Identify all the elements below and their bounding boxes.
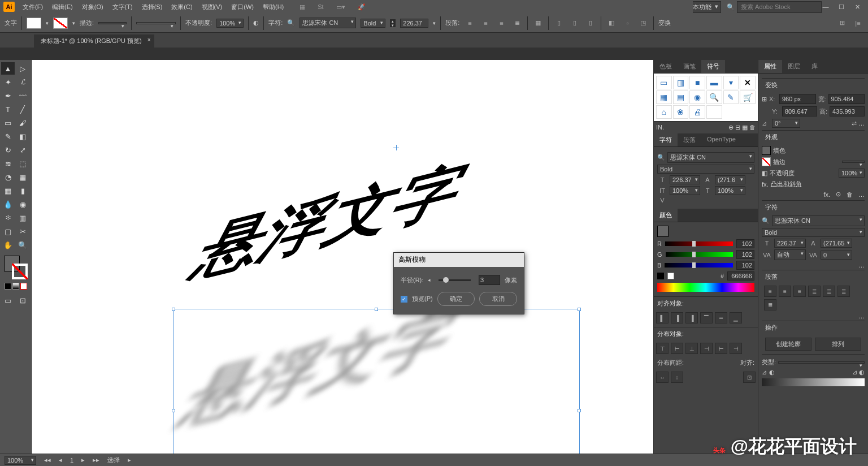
selection-tool[interactable]: ▲ xyxy=(1,62,15,75)
char-font[interactable]: 思源宋体 CN xyxy=(667,152,754,163)
space-btn[interactable]: ↔ xyxy=(656,372,669,383)
scale-tool[interactable]: ⤢ xyxy=(16,144,29,156)
p2-weight[interactable]: Bold xyxy=(762,228,865,237)
slider-g[interactable] xyxy=(666,252,733,257)
close-button[interactable]: ✕ xyxy=(853,3,861,11)
dist-btn[interactable]: ⊥ xyxy=(685,343,698,354)
para-btn[interactable]: ≣ xyxy=(764,299,776,310)
opacity-val[interactable]: 100% xyxy=(839,169,865,178)
dist-btn[interactable]: ⊤ xyxy=(656,343,669,354)
stroke-w[interactable] xyxy=(842,161,865,163)
tab-paragraph[interactable]: 段落 xyxy=(678,133,701,146)
tab-character[interactable]: 字符 xyxy=(654,133,678,146)
rect-tool[interactable]: ▭ xyxy=(1,116,15,129)
ref-point-icon[interactable]: ⊞ xyxy=(762,96,767,103)
align-center-icon[interactable]: ≡ xyxy=(480,18,491,29)
make-envelope-icon[interactable]: ▦ xyxy=(532,18,544,29)
effect-name[interactable]: 凸出和斜角 xyxy=(771,180,802,188)
align-obj-icon[interactable]: ▯ xyxy=(553,18,565,29)
canvas[interactable]: 悬浮文字 悬浮文字 高斯模糊 半径(R): ◂ 像素 ✓ 预览(P) xyxy=(32,60,653,454)
prop-y[interactable]: 809.647 xyxy=(782,106,817,116)
radius-input[interactable] xyxy=(479,275,500,285)
radius-slider[interactable] xyxy=(439,279,471,281)
para-btn[interactable]: ≡ xyxy=(793,286,806,297)
cancel-button[interactable]: 取消 xyxy=(479,292,517,306)
pen-tool[interactable]: ✒ xyxy=(1,89,15,102)
value-r[interactable]: 102 xyxy=(736,239,754,248)
value-b[interactable]: 102 xyxy=(736,261,754,270)
para-btn[interactable]: ≡ xyxy=(764,286,776,297)
value-hex[interactable]: 666666 xyxy=(727,271,754,281)
para-btn[interactable]: ≡ xyxy=(779,286,791,297)
justify-icon[interactable]: ≣ xyxy=(511,18,523,29)
p2-size[interactable]: 226.37 xyxy=(774,239,806,248)
stroke-weight[interactable] xyxy=(98,22,127,24)
prop-angle[interactable]: 0° xyxy=(772,119,800,128)
eraser-tool[interactable]: ◧ xyxy=(16,130,29,143)
p2-font[interactable]: 思源宋体 CN xyxy=(772,215,865,226)
font-weight[interactable]: Bold xyxy=(361,19,385,28)
menu-view[interactable]: 视图(V) xyxy=(198,2,226,12)
menu-type[interactable]: 文字(T) xyxy=(109,2,136,12)
tab-brushes[interactable]: 画笔 xyxy=(678,60,701,73)
perspective-tool[interactable]: ▦ xyxy=(16,171,29,183)
menu-window[interactable]: 窗口(W) xyxy=(228,2,257,12)
menu-object[interactable]: 对象(O) xyxy=(79,2,107,12)
panel-toggle-icon[interactable]: ⊞ xyxy=(836,18,848,29)
symbol-sprayer-tool[interactable]: ፨ xyxy=(1,212,15,224)
menu-help[interactable]: 帮助(H) xyxy=(259,2,287,12)
isolate-icon[interactable]: ◧ xyxy=(606,18,617,29)
grad-type[interactable] xyxy=(778,361,865,364)
tab-symbols[interactable]: 符号 xyxy=(701,60,725,73)
free-transform-tool[interactable]: ⬚ xyxy=(16,157,29,170)
menu-select[interactable]: 选择(S) xyxy=(138,2,166,12)
para-btn[interactable]: ≣ xyxy=(823,286,835,297)
p2-track[interactable]: 自动 xyxy=(774,249,806,260)
symbols-grid[interactable]: ▭▥■▬▾✕ ▦▤◉🔍✎🛒 ⌂❀🖨 xyxy=(654,74,758,121)
eyedropper-tool[interactable]: 💧 xyxy=(1,198,15,210)
magic-wand-tool[interactable]: ✦ xyxy=(1,76,15,88)
align-btn[interactable]: ━ xyxy=(715,312,727,323)
menu-file[interactable]: 文件(F) xyxy=(19,2,46,12)
fill-stroke-swatch[interactable] xyxy=(4,256,28,279)
artboard-tool[interactable]: ▢ xyxy=(1,225,15,238)
prop-x[interactable]: 960 px xyxy=(779,94,816,104)
menu-effect[interactable]: 效果(C) xyxy=(168,2,196,12)
search-stock[interactable]: 搜索 Adobe Stock xyxy=(737,1,822,13)
slider-r[interactable] xyxy=(665,241,733,246)
value-g[interactable]: 102 xyxy=(736,250,754,259)
hand-tool[interactable]: ✋ xyxy=(1,239,15,251)
shape-builder-tool[interactable]: ◔ xyxy=(1,171,15,183)
edit-icon[interactable]: ▫ xyxy=(622,18,633,29)
char-leading[interactable]: (271.6 xyxy=(715,175,745,184)
char-hscale[interactable]: 100% xyxy=(715,186,745,195)
gradient-bar[interactable] xyxy=(762,378,865,386)
gradient-tool[interactable]: ▮ xyxy=(16,184,29,197)
zoom-tool[interactable]: 🔍 xyxy=(16,239,29,251)
tab-opentype[interactable]: OpenType xyxy=(701,133,741,146)
slice-tool[interactable]: ✂ xyxy=(16,225,29,238)
bridge-icon[interactable]: ▦ xyxy=(296,2,309,12)
alignto-btn[interactable]: ⊡ xyxy=(743,372,756,383)
p2-leading[interactable]: (271.65 xyxy=(821,239,852,248)
tab-close-icon[interactable]: × xyxy=(147,37,151,43)
create-outlines-button[interactable]: 创建轮廓 xyxy=(765,338,811,351)
brush-tool[interactable]: 🖌 xyxy=(16,116,29,129)
font-size[interactable]: 226.37 xyxy=(400,19,428,28)
dist-btn[interactable]: ⊢ xyxy=(671,343,683,354)
fill-swatch[interactable] xyxy=(27,18,41,29)
change-screen[interactable]: ⊡ xyxy=(16,294,29,307)
ok-button[interactable]: 确定 xyxy=(437,292,475,306)
shaper-tool[interactable]: ✎ xyxy=(1,130,15,143)
align-btn[interactable]: ▔ xyxy=(700,312,713,323)
char-vscale[interactable]: 100% xyxy=(670,186,700,195)
p2-kern[interactable]: 0 xyxy=(821,251,852,260)
align-btn[interactable]: ▐ xyxy=(685,312,698,323)
prop-w[interactable]: 905.484 xyxy=(828,94,865,104)
shape-icon[interactable]: ◳ xyxy=(637,18,649,29)
fill-color[interactable] xyxy=(762,146,771,155)
preview-checkbox[interactable]: ✓ xyxy=(401,296,407,303)
document-tab[interactable]: 未标题-1* @ 100% (RGB/GPU 预览) × xyxy=(34,34,154,48)
prop-h[interactable]: 435.993 xyxy=(830,106,865,116)
lasso-tool[interactable]: 𝓛 xyxy=(16,76,29,88)
